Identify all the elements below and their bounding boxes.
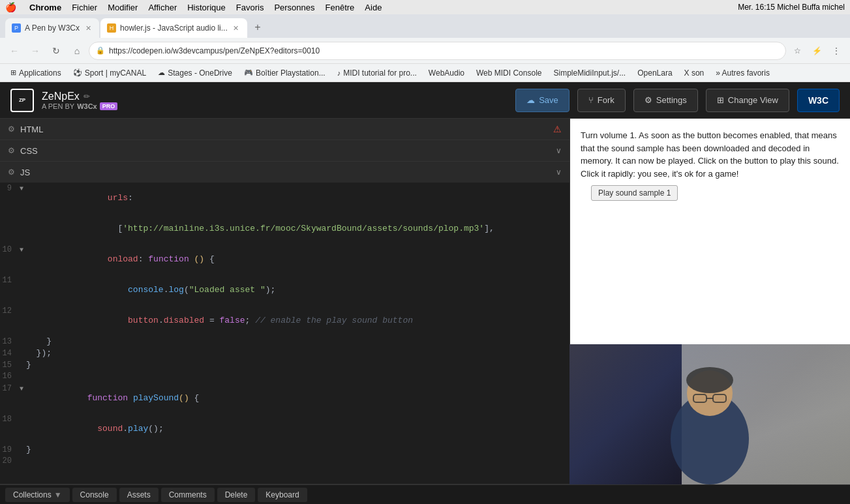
- home-button[interactable]: ⌂: [68, 42, 86, 60]
- tab-label-1: A Pen by W3Cx: [25, 23, 80, 33]
- back-button[interactable]: ←: [5, 42, 23, 60]
- person-silhouette: [618, 354, 801, 484]
- comments-button[interactable]: Comments: [161, 488, 215, 502]
- bookmark-label-openlara: OpenLara: [637, 68, 672, 78]
- bookmark-icon-stages: ☁: [158, 68, 165, 77]
- cp-logo-text: ZP: [19, 97, 25, 103]
- menu-favoris[interactable]: Favoris: [236, 3, 264, 12]
- by-label: A PEN BY: [42, 102, 74, 110]
- tab-close-2[interactable]: ✕: [232, 23, 241, 33]
- apple-icon: 🍎: [5, 2, 16, 12]
- save-label: Save: [539, 95, 558, 105]
- bookmark-label-webmidi: Web MIDI Console: [476, 68, 541, 78]
- js-panel-label: JS: [20, 168, 30, 177]
- code-line-11: 11 ▼ console.log("Loaded asset ");: [0, 274, 569, 305]
- pen-by: A PEN BY W3Cx PRO: [42, 102, 117, 110]
- forward-button[interactable]: →: [26, 42, 44, 60]
- bookmark-applications[interactable]: ⊞ Applications: [5, 67, 67, 79]
- code-line-9: 9 ▼ urls:: [0, 183, 569, 213]
- app-name: Chrome: [29, 3, 61, 12]
- right-panel: Turn volume 1. As soon as the button bec…: [569, 119, 850, 484]
- menu-personnes[interactable]: Personnes: [274, 3, 314, 12]
- settings-label: Settings: [656, 95, 687, 105]
- bookmark-label-webaudio: WebAudio: [429, 68, 464, 78]
- js-expand-icon[interactable]: ∨: [556, 168, 562, 177]
- css-panel-label: CSS: [20, 146, 38, 156]
- mac-menubar: 🍎 Chrome Fichier Modifier Afficher Histo…: [0, 0, 850, 14]
- js-code-editor[interactable]: 9 ▼ urls: ▼ ['http://mainline.i3s.unice.…: [0, 183, 569, 484]
- star-icon[interactable]: ☆: [789, 42, 806, 59]
- assets-button[interactable]: Assets: [119, 488, 159, 502]
- bookmark-sport[interactable]: ⚽ Sport | myCANAL: [68, 67, 151, 79]
- menu-aide[interactable]: Aide: [365, 3, 382, 12]
- bookmark-stages[interactable]: ☁ Stages - OneDrive: [153, 67, 237, 79]
- bookmark-icon-sport: ⚽: [73, 68, 82, 77]
- keyboard-label: Keyboard: [266, 490, 299, 499]
- save-button[interactable]: ☁ Save: [515, 89, 569, 112]
- lock-icon: 🔒: [96, 46, 105, 55]
- code-line-19: 19 ▼ }: [0, 444, 569, 456]
- bookmark-openlara[interactable]: OpenLara: [632, 67, 677, 79]
- bookmark-midi-tutorial[interactable]: ♪ MIDI tutorial for pro...: [332, 67, 422, 79]
- codepen-header: ZP ZeNpEx ✏ A PEN BY W3Cx PRO ☁ Save ⑂ F…: [0, 82, 850, 119]
- settings-icon: ⚙: [645, 95, 652, 105]
- more-icon[interactable]: ⋮: [828, 42, 845, 59]
- bookmark-simplemidi[interactable]: SimpleMidiInput.js/...: [548, 67, 631, 79]
- menu-historique[interactable]: Historique: [187, 3, 226, 12]
- collections-arrow-icon: ▼: [54, 490, 62, 499]
- play-sound-sample-button[interactable]: Play sound sample 1: [591, 185, 678, 201]
- edit-icon[interactable]: ✏: [83, 92, 90, 101]
- video-person: [569, 344, 850, 484]
- w3c-label: W3C: [808, 95, 828, 106]
- bookmark-icon: ⊞: [10, 68, 16, 77]
- menu-modifier[interactable]: Modifier: [108, 3, 138, 12]
- keyboard-button[interactable]: Keyboard: [258, 488, 307, 502]
- tab-howler[interactable]: H howler.js - JavaScript audio li... ✕: [100, 18, 247, 38]
- menu-afficher[interactable]: Afficher: [148, 3, 177, 12]
- main-content: ⚙ HTML ⚠ ⚙ CSS ∨ ⚙ JS ∨ 9: [0, 119, 850, 484]
- w3c-button[interactable]: W3C: [797, 89, 840, 112]
- collections-button[interactable]: Collections ▼: [5, 488, 70, 502]
- bookmark-webaudio[interactable]: WebAudio: [423, 67, 470, 79]
- settings-button[interactable]: ⚙ Settings: [633, 89, 698, 112]
- tab-favicon-1: P: [12, 23, 21, 33]
- menu-fichier[interactable]: Fichier: [72, 3, 97, 12]
- pro-badge: PRO: [100, 102, 118, 110]
- bottom-bar: Collections ▼ Console Assets Comments De…: [0, 484, 850, 504]
- css-gear-icon[interactable]: ⚙: [8, 146, 15, 155]
- bookmark-label-stages: Stages - OneDrive: [168, 68, 232, 78]
- menubar-time: Mer. 16:15 Michel Buffa michel: [738, 3, 845, 12]
- change-view-button[interactable]: ⊞ Change View: [706, 89, 789, 112]
- url-bar[interactable]: 🔒 https://codepen.io/w3devcampus/pen/ZeN…: [89, 42, 786, 60]
- assets-label: Assets: [127, 490, 151, 499]
- reload-button[interactable]: ↻: [47, 42, 65, 60]
- tab-pen-w3cx[interactable]: P A Pen by W3Cx ✕: [5, 18, 99, 38]
- tab-favicon-2: H: [107, 23, 116, 33]
- bookmark-label: Applications: [19, 68, 61, 78]
- fork-button[interactable]: ⑂ Fork: [577, 89, 626, 112]
- js-panel-header[interactable]: ⚙ JS ∨: [0, 162, 569, 183]
- save-icon: ☁: [526, 95, 535, 105]
- bookmark-label-boitier: Boîtier Playstation...: [256, 68, 326, 78]
- css-panel-header[interactable]: ⚙ CSS ∨: [0, 140, 569, 161]
- html-panel: ⚙ HTML ⚠: [0, 119, 569, 140]
- css-expand-icon[interactable]: ∨: [556, 146, 562, 155]
- by-user: W3Cx: [77, 102, 97, 110]
- preview-text: Turn volume 1. As soon as the button bec…: [570, 119, 850, 344]
- new-tab-button[interactable]: +: [249, 18, 267, 37]
- bookmark-boitier[interactable]: 🎮 Boîtier Playstation...: [239, 67, 331, 79]
- js-gear-icon[interactable]: ⚙: [8, 168, 15, 177]
- console-button[interactable]: Console: [72, 488, 117, 502]
- delete-button[interactable]: Delete: [217, 488, 256, 502]
- bookmark-xson[interactable]: X son: [679, 67, 710, 79]
- bookmark-webmidi[interactable]: Web MIDI Console: [471, 67, 547, 79]
- html-gear-icon[interactable]: ⚙: [8, 125, 15, 134]
- address-bar-right: ☆ ⚡ ⋮: [789, 42, 845, 59]
- menu-fenetre[interactable]: Fenêtre: [326, 3, 355, 12]
- html-panel-header[interactable]: ⚙ HTML ⚠: [0, 119, 569, 140]
- tab-close-1[interactable]: ✕: [83, 23, 93, 33]
- extensions-icon[interactable]: ⚡: [808, 42, 825, 59]
- bookmark-autres[interactable]: » Autres favoris: [710, 67, 775, 79]
- html-panel-label: HTML: [20, 125, 43, 134]
- chrome-tabbar: P A Pen by W3Cx ✕ H howler.js - JavaScri…: [0, 14, 850, 38]
